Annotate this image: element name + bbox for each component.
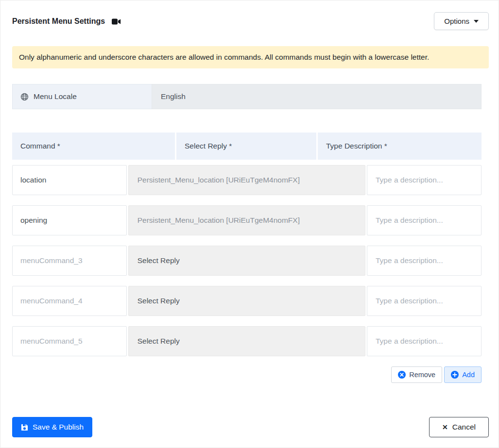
command-row: Select Reply [12, 286, 482, 316]
command-input[interactable] [12, 326, 127, 356]
video-camera-icon [112, 18, 121, 25]
cancel-button-label: Cancel [452, 423, 476, 431]
command-rows: Persistent_Menu_location [URiEuTgeM4nomF… [12, 165, 482, 356]
command-row: Select Reply [12, 326, 482, 356]
description-input[interactable] [367, 165, 482, 195]
caret-down-icon [474, 20, 479, 23]
command-input[interactable] [12, 246, 127, 276]
persistent-menu-settings-panel: Persistent Menu Settings Options Only al… [0, 0, 499, 448]
command-row: Persistent_Menu_location [URiEuTgeM4nomF… [12, 165, 482, 195]
close-x-icon: ✕ [442, 424, 448, 431]
reply-select-value: Select Reply [138, 337, 180, 346]
command-row: Persistent_Menu_location [URiEuTgeM4nomF… [12, 205, 482, 235]
description-input[interactable] [367, 286, 482, 316]
add-circle-icon [451, 371, 459, 379]
reply-select-value: Persistent_Menu_location [URiEuTgeM4nomF… [138, 216, 300, 225]
menu-locale-group: Menu Locale English [12, 84, 482, 109]
reply-select[interactable]: Select Reply [128, 326, 365, 356]
reply-select[interactable]: Select Reply [128, 246, 365, 276]
top-bar: Persistent Menu Settings Options [12, 12, 489, 30]
header-command: Command * [12, 133, 175, 160]
commands-table: Command * Select Reply * Type Descriptio… [12, 133, 482, 383]
menu-locale-label: Menu Locale [12, 84, 152, 109]
reply-select[interactable]: Persistent_Menu_location [URiEuTgeM4nomF… [128, 165, 365, 195]
save-icon [21, 424, 28, 431]
reply-select-value: Select Reply [138, 256, 180, 265]
reply-select[interactable]: Select Reply [128, 286, 365, 316]
remove-circle-icon [398, 371, 406, 379]
command-input[interactable] [12, 286, 127, 316]
menu-locale-label-text: Menu Locale [34, 92, 77, 101]
reply-select[interactable]: Persistent_Menu_location [URiEuTgeM4nomF… [128, 205, 365, 235]
save-publish-label: Save & Publish [33, 423, 84, 431]
header-select-reply: Select Reply * [176, 133, 316, 160]
row-actions: Remove Add [12, 366, 482, 383]
footer-bar: Save & Publish ✕ Cancel [12, 417, 489, 437]
remove-row-button[interactable]: Remove [391, 366, 442, 383]
description-input[interactable] [367, 205, 482, 235]
reply-select-value: Select Reply [138, 297, 180, 305]
alert-text: Only alphanumeric and underscore charact… [19, 53, 429, 61]
commands-table-header: Command * Select Reply * Type Descriptio… [12, 133, 482, 160]
command-input[interactable] [12, 165, 127, 195]
globe-icon [20, 93, 29, 101]
add-row-button[interactable]: Add [444, 366, 482, 383]
reply-select-value: Persistent_Menu_location [URiEuTgeM4nomF… [138, 176, 300, 184]
remove-button-label: Remove [409, 371, 435, 379]
title-wrap: Persistent Menu Settings [12, 17, 121, 26]
command-input[interactable] [12, 205, 127, 235]
header-type-description: Type Description * [318, 133, 482, 160]
cancel-button[interactable]: ✕ Cancel [429, 417, 489, 437]
options-button[interactable]: Options [434, 12, 489, 30]
menu-locale-value[interactable]: English [152, 84, 482, 109]
description-input[interactable] [367, 326, 482, 356]
save-publish-button[interactable]: Save & Publish [12, 417, 92, 437]
description-input[interactable] [367, 246, 482, 276]
options-button-label: Options [444, 17, 469, 25]
page-title: Persistent Menu Settings [12, 17, 105, 26]
command-row: Select Reply [12, 246, 482, 276]
add-button-label: Add [462, 371, 475, 379]
warning-alert: Only alphanumeric and underscore charact… [12, 46, 489, 68]
